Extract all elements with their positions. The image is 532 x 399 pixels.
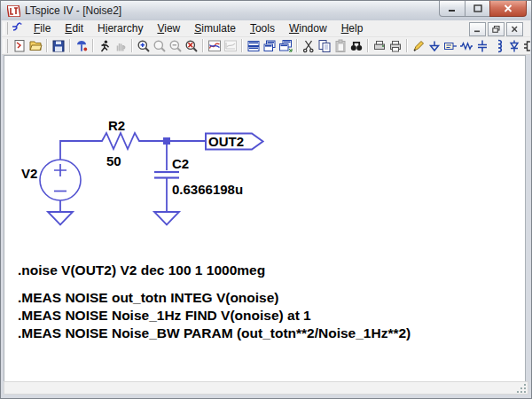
zoom-back-icon <box>153 39 167 53</box>
resistor-ref-label[interactable]: R2 <box>108 118 125 133</box>
zoom-in-button[interactable] <box>136 38 152 54</box>
toolbar <box>2 37 530 55</box>
close-button[interactable] <box>489 1 527 17</box>
toolbar-grip[interactable] <box>4 39 8 53</box>
mdi-restore-button[interactable] <box>488 22 505 36</box>
menu-item-file[interactable]: File <box>27 20 58 36</box>
mdi-restore-icon <box>492 26 500 33</box>
print-icon <box>388 39 403 53</box>
new-schematic-button[interactable] <box>12 38 27 54</box>
menu-item-simulate[interactable]: Simulate <box>187 20 243 36</box>
place-capacitor-button[interactable] <box>474 38 490 54</box>
tile-vertically-icon <box>246 39 261 53</box>
toolbar-separator <box>367 39 369 52</box>
plot-settings-button[interactable] <box>207 38 223 54</box>
halt-icon <box>113 39 128 53</box>
minimize-button[interactable] <box>439 1 466 17</box>
cascade-windows-button[interactable] <box>278 38 293 54</box>
place-diode-button[interactable] <box>506 38 522 54</box>
zoom-back-button[interactable] <box>152 38 168 54</box>
menu-item-help[interactable]: Help <box>334 20 371 36</box>
autorange-button[interactable] <box>223 38 239 54</box>
halt-button[interactable] <box>113 38 129 54</box>
place-diode-icon <box>507 39 521 53</box>
new-schematic-icon <box>12 39 27 53</box>
find-icon <box>349 39 364 53</box>
title-bar[interactable]: LTspice IV - [Noise2] <box>1 1 531 20</box>
resistor-r2[interactable] <box>97 133 145 149</box>
tile-vertically-button[interactable] <box>246 38 262 54</box>
close-icon <box>504 4 512 12</box>
meas-directive-2[interactable]: .MEAS NOISE Noise_1Hz FIND V(onoise) at … <box>18 308 311 323</box>
meas-directive-3[interactable]: .MEAS NOISE Noise_BW PARAM (out_totn**2/… <box>18 325 411 340</box>
plot-settings-icon <box>207 39 222 53</box>
meas-directive-1[interactable]: .MEAS NOISE out_totn INTEG V(onoise) <box>18 290 279 305</box>
tile-horizontally-button[interactable] <box>262 38 278 54</box>
place-inductor-icon <box>491 39 505 53</box>
voltage-source-v2[interactable] <box>40 141 97 225</box>
toolbar-separator <box>131 39 133 52</box>
place-ground-button[interactable] <box>426 38 442 54</box>
place-ground-icon <box>427 39 442 53</box>
toolbar-separator <box>46 39 48 52</box>
place-component-button[interactable] <box>522 38 530 54</box>
menu-item-edit[interactable]: Edit <box>58 20 90 36</box>
zoom-full-extents-icon <box>184 39 199 53</box>
print-preview-icon <box>372 39 387 53</box>
window-title: LTspice IV - [Noise2] <box>25 4 121 17</box>
mdi-minimize-button[interactable] <box>469 22 486 36</box>
cascade-windows-icon <box>278 39 293 53</box>
menu-item-view[interactable]: View <box>150 20 187 36</box>
menu-item-hierarchy[interactable]: Hierarchy <box>90 20 150 36</box>
status-bar <box>4 381 528 395</box>
paste-button[interactable] <box>332 38 348 54</box>
cut-button[interactable] <box>301 38 317 54</box>
schematic-canvas[interactable]: V2 R2 50 C2 0.6366198u OUT2 .noise V(OUT… <box>4 55 526 384</box>
toolbar-separator <box>241 39 243 52</box>
ltspice-window: LTspice IV - [Noise2] FileEditHierarchyV… <box>0 0 532 399</box>
place-inductor-button[interactable] <box>490 38 506 54</box>
copy-button[interactable] <box>317 38 332 54</box>
place-capacitor-icon <box>475 39 489 53</box>
mdi-minimize-icon <box>473 26 481 33</box>
zoom-out-button[interactable] <box>168 38 184 54</box>
zoom-in-icon <box>137 39 151 53</box>
find-button[interactable] <box>348 38 364 54</box>
source-ref-label[interactable]: V2 <box>21 166 37 181</box>
maximize-icon <box>473 4 482 12</box>
print-button[interactable] <box>387 38 403 54</box>
minimize-icon <box>448 4 457 12</box>
capacitor-value-label[interactable]: 0.6366198u <box>172 182 243 197</box>
print-preview-button[interactable] <box>372 38 387 54</box>
menu-item-tools[interactable]: Tools <box>243 20 282 36</box>
ltspice-logo-icon <box>7 5 20 17</box>
draw-wire-icon <box>411 39 426 53</box>
control-panel-icon <box>74 39 89 53</box>
capacitor-ref-label[interactable]: C2 <box>172 156 189 171</box>
resize-grip[interactable] <box>517 383 527 393</box>
ground-symbol <box>154 212 179 225</box>
open-file-icon <box>28 39 43 53</box>
resistor-value-label[interactable]: 50 <box>106 153 121 168</box>
open-file-button[interactable] <box>27 38 43 54</box>
ground-symbol <box>48 212 73 225</box>
control-panel-button[interactable] <box>74 38 90 54</box>
menu-item-window[interactable]: Window <box>282 20 334 36</box>
run-button[interactable] <box>97 38 113 54</box>
mdi-close-button[interactable] <box>506 22 523 36</box>
draw-wire-button[interactable] <box>411 38 426 54</box>
port-label[interactable]: OUT2 <box>208 134 244 149</box>
place-resistor-button[interactable] <box>458 38 474 54</box>
maximize-button[interactable] <box>465 1 490 17</box>
toolbar-separator <box>296 39 298 52</box>
zoom-full-extents-button[interactable] <box>184 38 200 54</box>
menu-grip[interactable] <box>4 22 8 35</box>
mdi-close-icon <box>511 26 519 33</box>
toolbar-separator <box>202 39 204 52</box>
save-button[interactable] <box>51 38 66 54</box>
menu-items: FileEditHierarchyViewSimulateToolsWindow… <box>27 20 370 36</box>
noise-directive[interactable]: .noise V(OUT2) V2 dec 100 1 1000meg <box>18 262 265 278</box>
label-net-button[interactable] <box>442 38 458 54</box>
toolbar-separator <box>92 39 94 52</box>
run-icon <box>98 39 112 53</box>
